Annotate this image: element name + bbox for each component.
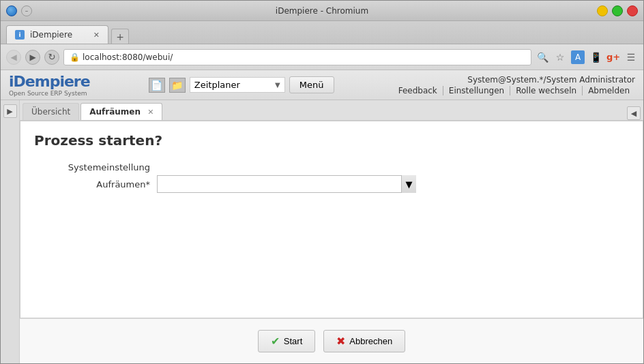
- window-title: iDempiere - Chromium: [276, 6, 368, 16]
- abmelden-link[interactable]: Abmelden: [583, 86, 635, 95]
- rolle-link[interactable]: Rolle wechseln: [510, 86, 583, 95]
- browser-tab-bar: i iDempiere ✕ +: [1, 21, 643, 44]
- menu-icon[interactable]: ☰: [624, 50, 638, 64]
- sidebar-toggle-btn[interactable]: ▶: [3, 104, 17, 118]
- address-icons: 🔍 ☆ A 📱 g+ ☰: [536, 50, 638, 64]
- gplus-icon[interactable]: g+: [606, 50, 620, 64]
- address-text: localhost:8080/webui/: [83, 52, 173, 62]
- cancel-label: Abbrechen: [349, 336, 392, 346]
- form-area: Systemeinstellung Aufräumen*: [34, 162, 629, 193]
- back-btn[interactable]: ◀: [6, 50, 21, 65]
- page-body: Prozess starten? Systemeinstellung Aufrä…: [20, 121, 643, 318]
- form-row-systemeinstellung: Systemeinstellung: [34, 162, 629, 172]
- tab-aufraumen-label: Aufräumen: [89, 107, 141, 117]
- tab-aufraumen[interactable]: Aufräumen ✕: [80, 103, 162, 120]
- form-row-aufraumen: Aufräumen* ▼: [34, 175, 629, 193]
- app-toolbar: 📄 📁 Zeitplaner ▼ Menü: [149, 76, 334, 93]
- browser-icon: [6, 5, 17, 16]
- aufraumen-label: Aufräumen*: [34, 179, 157, 189]
- mobile-icon[interactable]: 📱: [589, 50, 602, 64]
- sidebar-toggle[interactable]: ▶: [1, 100, 20, 363]
- feedback-link[interactable]: Feedback: [393, 86, 443, 95]
- title-bar: – iDempiere - Chromium: [1, 1, 643, 21]
- star-icon[interactable]: ☆: [553, 50, 567, 64]
- logo-title: iDempiere: [9, 73, 90, 90]
- zeitplaner-label: Zeitplaner: [194, 80, 240, 90]
- app-tab-strip: Übersicht Aufräumen ✕ ◀: [20, 100, 643, 121]
- app-header-right: System@System.*/System Administrator Fee…: [393, 75, 635, 95]
- right-sidebar-toggle[interactable]: ◀: [627, 106, 641, 120]
- app-logo: iDempiere Open Source ERP System: [9, 73, 90, 97]
- open-doc-icon[interactable]: 📁: [169, 78, 186, 93]
- browser-tab[interactable]: i iDempiere ✕: [6, 25, 108, 44]
- aufraumen-select[interactable]: [157, 175, 416, 193]
- tab-ubersicht-label: Übersicht: [31, 107, 70, 117]
- user-info: System@System.*/System Administrator: [393, 75, 635, 85]
- start-label: Start: [284, 336, 302, 346]
- tab-ubersicht[interactable]: Übersicht: [23, 103, 79, 120]
- einstellungen-link[interactable]: Einstellungen: [443, 86, 510, 95]
- app-content: iDempiere Open Source ERP System 📄 📁 Zei…: [1, 70, 643, 363]
- start-button[interactable]: ✔ Start: [258, 330, 315, 352]
- content-area: ▶ Übersicht Aufräumen ✕ ◀ Prozess starte: [1, 100, 643, 363]
- address-icon: 🔒: [70, 52, 80, 62]
- new-doc-icon[interactable]: 📄: [149, 78, 165, 93]
- app-header: iDempiere Open Source ERP System 📄 📁 Zei…: [1, 70, 643, 100]
- menue-button[interactable]: Menü: [289, 76, 334, 93]
- tab-favicon: i: [15, 30, 25, 40]
- browser-window: – iDempiere - Chromium i iDempiere ✕ + ◀…: [0, 0, 644, 364]
- main-content: Übersicht Aufräumen ✕ ◀ Prozess starten?: [20, 100, 643, 363]
- maximize-btn[interactable]: [612, 5, 623, 16]
- tab-label: iDempiere: [30, 30, 72, 40]
- check-icon: ✔: [271, 335, 280, 348]
- logo-sub: Open Source ERP System: [9, 90, 90, 97]
- page-title: Prozess starten?: [34, 132, 629, 149]
- reload-btn[interactable]: ↻: [44, 50, 59, 65]
- menue-label: Menü: [299, 80, 324, 90]
- cancel-button[interactable]: ✖ Abbrechen: [323, 330, 405, 352]
- aufraumen-field: ▼: [157, 175, 416, 193]
- forward-btn[interactable]: ▶: [25, 50, 40, 65]
- page-footer: ✔ Start ✖ Abbrechen: [20, 318, 643, 363]
- minimize-btn[interactable]: –: [21, 5, 32, 16]
- zeitplaner-dropdown[interactable]: Zeitplaner ▼: [190, 77, 285, 93]
- address-bar: ◀ ▶ ↻ 🔒 localhost:8080/webui/ 🔍 ☆ A 📱 g+…: [1, 44, 643, 70]
- close-btn[interactable]: [627, 5, 638, 16]
- tab-aufraumen-close[interactable]: ✕: [147, 108, 153, 117]
- x-icon: ✖: [336, 335, 345, 348]
- address-input[interactable]: 🔒 localhost:8080/webui/: [63, 49, 531, 65]
- aufraumen-select-wrapper: ▼: [157, 175, 416, 193]
- header-links: Feedback Einstellungen Rolle wechseln Ab…: [393, 86, 635, 95]
- zoom-icon[interactable]: 🔍: [536, 50, 549, 64]
- translate-icon[interactable]: A: [571, 50, 585, 64]
- new-tab-btn[interactable]: +: [111, 29, 129, 44]
- systemeinstellung-label: Systemeinstellung: [34, 162, 157, 172]
- minimize-btn2[interactable]: [597, 5, 608, 16]
- tab-close-btn[interactable]: ✕: [93, 31, 100, 40]
- zeitplaner-arrow: ▼: [275, 81, 280, 89]
